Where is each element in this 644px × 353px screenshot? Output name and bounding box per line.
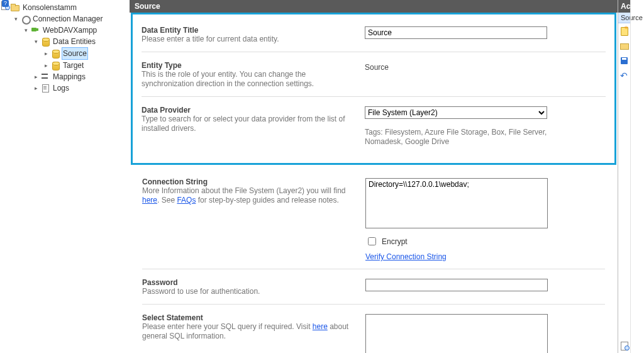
field-password: Password Password to use for authenticat…	[142, 269, 605, 305]
mappings-icon	[40, 72, 50, 82]
tree-connection[interactable]: ▾ WebDAVXampp	[23, 25, 130, 36]
connection-string-input[interactable]: Directory=\\127.0.0.1\webdav;	[365, 178, 548, 228]
tree-target[interactable]: ▸ Target	[43, 60, 130, 71]
folder-icon	[10, 3, 20, 13]
field-description: More Information about the File System (…	[142, 186, 350, 205]
database-icon	[50, 60, 60, 70]
chevron-right-icon[interactable]: ▸	[33, 82, 39, 94]
properties-icon[interactable]	[619, 340, 630, 350]
tree-root[interactable]: Konsolenstamm	[3, 2, 130, 13]
field-description: Please enter a title for current data en…	[142, 35, 350, 44]
field-description: Password to use for authentication.	[142, 287, 350, 296]
field-data-provider: Data Provider Type to search for or sele…	[142, 97, 606, 154]
field-label: Data Entity Title	[142, 26, 350, 35]
field-description: This is the role of your entity. You can…	[142, 70, 350, 89]
highlighted-section: Data Entity Title Please enter a title f…	[131, 13, 616, 165]
main-panel: Source Data Entity Title Please enter a …	[130, 0, 618, 353]
sql-info-link[interactable]: here	[313, 322, 328, 331]
side-toolbar	[630, 0, 644, 353]
plug-icon	[30, 25, 40, 35]
field-entity-type: Entity Type This is the role of your ent…	[142, 52, 606, 97]
save-icon[interactable]	[619, 56, 630, 66]
field-description: Type to search for or select your data p…	[142, 115, 350, 133]
tree-connection-manager[interactable]: ▾ Connection Manager	[13, 13, 130, 25]
field-data-entity-title: Data Entity Title Please enter a title f…	[142, 17, 606, 52]
actions-header: Actions	[618, 0, 630, 13]
provider-tags: Tags: Filesystem, Azure File Storage, Bo…	[365, 128, 547, 147]
undo-icon[interactable]	[619, 71, 630, 81]
field-label: Password	[142, 278, 350, 287]
field-label: Entity Type	[142, 61, 350, 70]
tree-mappings[interactable]: ▸ Mappings	[33, 71, 130, 82]
tree-root-label: Konsolenstamm	[21, 2, 78, 13]
chevron-down-icon[interactable]: ▾	[23, 25, 29, 36]
password-input[interactable]	[365, 279, 548, 291]
actions-panel: Actions Source	[618, 0, 630, 353]
chevron-down-icon[interactable]: ▾	[13, 13, 19, 25]
chevron-right-icon[interactable]: ▸	[43, 60, 49, 71]
chevron-down-icon[interactable]: ▾	[33, 36, 39, 47]
verify-connection-link[interactable]: Verify Connection String	[365, 252, 447, 261]
encrypt-checkbox[interactable]	[368, 237, 376, 245]
field-select-statement: Select Statement Please enter here your …	[142, 305, 605, 353]
actions-tab[interactable]: Source	[618, 13, 630, 23]
field-label: Data Provider	[142, 106, 350, 115]
more-info-link[interactable]: here	[142, 196, 157, 205]
database-icon	[40, 36, 50, 47]
tree-logs[interactable]: ▸ Logs	[33, 82, 130, 94]
new-icon[interactable]	[619, 26, 630, 36]
select-statement-input[interactable]	[365, 314, 548, 353]
navigation-tree: Konsolenstamm ▾ Connection Manager ▾	[0, 0, 130, 353]
open-icon[interactable]	[619, 41, 630, 51]
field-label: Connection String	[142, 177, 350, 186]
database-icon	[50, 48, 60, 59]
encrypt-label: Encrypt	[382, 237, 408, 246]
chevron-right-icon[interactable]: ▸	[43, 48, 49, 59]
field-connection-string: Connection String More Information about…	[142, 169, 605, 269]
chevron-right-icon[interactable]: ▸	[33, 71, 39, 82]
tree-source[interactable]: ▸ Source	[43, 47, 130, 60]
data-provider-select[interactable]: File System (Layer2)	[365, 106, 547, 119]
panel-title: Source	[130, 0, 618, 13]
gear-icon	[20, 14, 30, 24]
field-label: Select Statement	[142, 313, 350, 322]
faq-link[interactable]: FAQs	[177, 196, 196, 205]
logs-icon	[40, 83, 50, 93]
field-description: Please enter here your SQL query if requ…	[142, 322, 350, 341]
data-entity-title-input[interactable]	[365, 26, 547, 39]
entity-type-value: Source	[365, 62, 606, 72]
tree-data-entities[interactable]: ▾ Data Entities	[33, 36, 130, 47]
